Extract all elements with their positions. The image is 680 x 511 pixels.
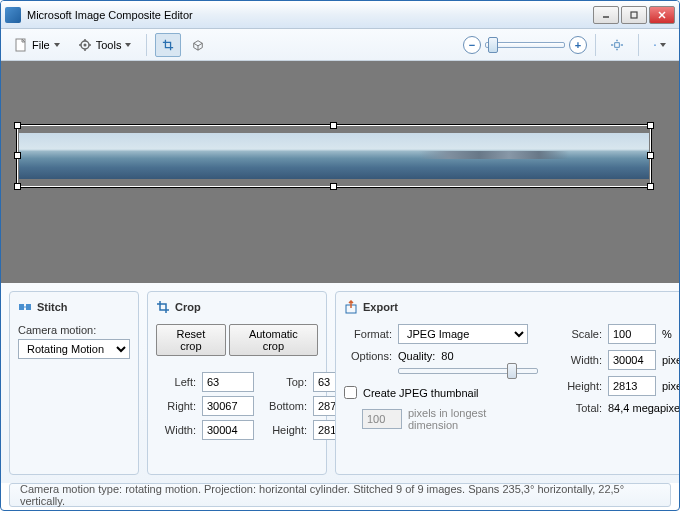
export-title: Export bbox=[363, 301, 398, 313]
px-label: pixels bbox=[662, 354, 680, 366]
svg-rect-1 bbox=[631, 12, 637, 18]
fit-icon bbox=[611, 38, 623, 52]
file-menu[interactable]: File bbox=[7, 33, 67, 57]
width-label: Width: bbox=[156, 424, 196, 436]
export-icon bbox=[344, 300, 358, 314]
fit-button[interactable] bbox=[604, 33, 630, 57]
zoom-controls: − + bbox=[463, 36, 587, 54]
crop-handle-bm[interactable] bbox=[330, 183, 337, 190]
help-button[interactable]: ? bbox=[647, 33, 673, 57]
file-icon bbox=[14, 38, 28, 52]
separator bbox=[146, 34, 147, 56]
panels: Stitch Camera motion: Rotating Motion Cr… bbox=[1, 283, 679, 483]
canvas[interactable] bbox=[11, 71, 669, 273]
camera-motion-select[interactable]: Rotating Motion bbox=[18, 339, 130, 359]
window-title: Microsoft Image Composite Editor bbox=[27, 9, 593, 21]
crop-handle-rm[interactable] bbox=[647, 152, 654, 159]
cube-icon bbox=[192, 38, 204, 52]
status-text: Camera motion type: rotating motion. Pro… bbox=[20, 483, 660, 507]
gear-icon bbox=[78, 38, 92, 52]
quality-value: 80 bbox=[441, 350, 453, 362]
stitch-icon bbox=[18, 300, 32, 314]
crop-icon bbox=[162, 38, 174, 52]
crop-handle-tr[interactable] bbox=[647, 122, 654, 129]
maximize-button[interactable] bbox=[621, 6, 647, 24]
help-icon: ? bbox=[654, 38, 656, 52]
right-input[interactable] bbox=[202, 396, 254, 416]
svg-rect-15 bbox=[26, 304, 31, 310]
scale-input[interactable] bbox=[608, 324, 656, 344]
total-value: 84,4 megapixels bbox=[608, 402, 680, 414]
right-label: Right: bbox=[156, 400, 196, 412]
export-panel: Export Format: JPEG Image Options: Quali… bbox=[335, 291, 680, 475]
toolbar: File Tools − + ? bbox=[1, 29, 679, 61]
zoom-slider[interactable] bbox=[485, 42, 565, 48]
left-label: Left: bbox=[156, 376, 196, 388]
exp-width-label: Width: bbox=[554, 354, 602, 366]
options-label: Options: bbox=[344, 350, 392, 362]
cube-mode-button[interactable] bbox=[185, 33, 211, 57]
quality-slider[interactable] bbox=[398, 368, 538, 374]
svg-rect-14 bbox=[19, 304, 24, 310]
svg-point-6 bbox=[83, 43, 86, 46]
crop-handle-lm[interactable] bbox=[14, 152, 21, 159]
width-input[interactable] bbox=[202, 420, 254, 440]
total-label: Total: bbox=[554, 402, 602, 414]
crop-handle-bl[interactable] bbox=[14, 183, 21, 190]
scale-unit: % bbox=[662, 328, 672, 340]
svg-text:?: ? bbox=[655, 44, 656, 45]
svg-rect-11 bbox=[615, 42, 620, 47]
exp-width-input[interactable] bbox=[608, 350, 656, 370]
zoom-in-button[interactable]: + bbox=[569, 36, 587, 54]
minimize-button[interactable] bbox=[593, 6, 619, 24]
separator bbox=[638, 34, 639, 56]
crop-panel: Crop Reset crop Automatic crop Left: Rig… bbox=[147, 291, 327, 475]
workspace bbox=[1, 61, 679, 283]
crop-handle-tl[interactable] bbox=[14, 122, 21, 129]
px-label: pixels bbox=[662, 380, 680, 392]
panel-header: Export bbox=[344, 300, 680, 314]
crop-icon bbox=[156, 300, 170, 314]
panel-header: Stitch bbox=[18, 300, 130, 314]
stitch-title: Stitch bbox=[37, 301, 68, 313]
tools-label: Tools bbox=[96, 39, 122, 51]
format-select[interactable]: JPEG Image bbox=[398, 324, 528, 344]
crop-mode-button[interactable] bbox=[155, 33, 181, 57]
thumb-px-input bbox=[362, 409, 402, 429]
tools-menu[interactable]: Tools bbox=[71, 33, 139, 57]
height-label: Height: bbox=[263, 424, 307, 436]
status-bar: Camera motion type: rotating motion. Pro… bbox=[9, 483, 671, 507]
left-input[interactable] bbox=[202, 372, 254, 392]
crop-handle-tm[interactable] bbox=[330, 122, 337, 129]
format-label: Format: bbox=[344, 328, 392, 340]
thumbnail-checkbox[interactable] bbox=[344, 386, 357, 399]
stitch-panel: Stitch Camera motion: Rotating Motion bbox=[9, 291, 139, 475]
close-button[interactable] bbox=[649, 6, 675, 24]
bottom-label: Bottom: bbox=[263, 400, 307, 412]
separator bbox=[595, 34, 596, 56]
thumbnail-label: Create JPEG thumbnail bbox=[363, 387, 479, 399]
zoom-slider-thumb[interactable] bbox=[488, 37, 498, 53]
quality-label: Quality: bbox=[398, 350, 435, 362]
scale-label: Scale: bbox=[554, 328, 602, 340]
reset-crop-button[interactable]: Reset crop bbox=[156, 324, 226, 356]
crop-title: Crop bbox=[175, 301, 201, 313]
zoom-out-button[interactable]: − bbox=[463, 36, 481, 54]
auto-crop-button[interactable]: Automatic crop bbox=[229, 324, 318, 356]
chevron-down-icon bbox=[660, 43, 666, 47]
app-icon bbox=[5, 7, 21, 23]
top-label: Top: bbox=[263, 376, 307, 388]
titlebar: Microsoft Image Composite Editor bbox=[1, 1, 679, 29]
crop-handle-br[interactable] bbox=[647, 183, 654, 190]
crop-rectangle[interactable] bbox=[17, 125, 651, 187]
chevron-down-icon bbox=[54, 43, 60, 47]
camera-motion-label: Camera motion: bbox=[18, 324, 130, 336]
thumb-px-label: pixels in longest dimension bbox=[408, 407, 498, 431]
quality-slider-thumb[interactable] bbox=[507, 363, 517, 379]
file-label: File bbox=[32, 39, 50, 51]
panel-header: Crop bbox=[156, 300, 318, 314]
exp-height-label: Height: bbox=[554, 380, 602, 392]
exp-height-input[interactable] bbox=[608, 376, 656, 396]
chevron-down-icon bbox=[125, 43, 131, 47]
